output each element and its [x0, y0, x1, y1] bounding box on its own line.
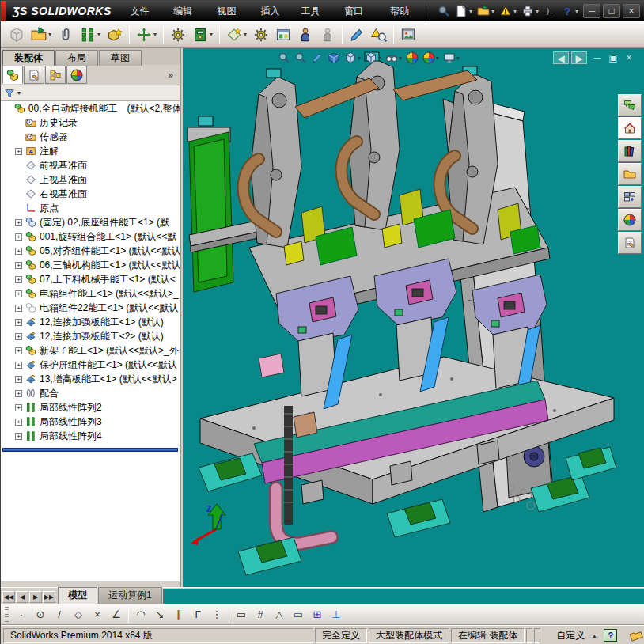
help-button[interactable]: ▾	[559, 4, 580, 18]
menu-窗口[interactable]: 窗口(W)	[336, 1, 382, 21]
custom-arrow-icon[interactable]: ▴	[593, 632, 596, 639]
tag-icon[interactable]	[628, 627, 644, 644]
menu-帮助[interactable]: 帮助(H)	[382, 1, 426, 21]
dropdown-arrow[interactable]: ▾	[153, 31, 157, 38]
tree-item[interactable]: +12,连接加强板能工<1> (默认)	[1, 315, 180, 329]
tree-item[interactable]: +13,增高板能工<1> (默认<<默认>	[1, 372, 180, 386]
tree-item[interactable]: +传感器	[1, 130, 180, 144]
tree-item[interactable]: +局部线性阵列3	[1, 415, 180, 429]
solidworks-resources-tab[interactable]	[618, 117, 642, 139]
line-snap-button[interactable]: /	[50, 606, 69, 623]
insert-components-button[interactable]: ▾	[28, 24, 55, 46]
dropdown-arrow[interactable]: ▾	[358, 55, 361, 62]
dropdown-arrow[interactable]: ▾	[97, 31, 100, 38]
simulation-button[interactable]	[250, 24, 272, 46]
tree-item[interactable]: +右视基准面	[1, 187, 180, 201]
reference-geometry-button[interactable]: ▾	[223, 24, 250, 46]
expand-box[interactable]: +	[15, 276, 22, 283]
filter-funnel-icon[interactable]	[4, 88, 15, 99]
close-button[interactable]: ×	[623, 4, 640, 18]
quadrant-snap-button[interactable]: ◇	[69, 606, 88, 623]
view-palette-tab[interactable]	[618, 186, 642, 208]
toolbar-drag-handle[interactable]	[5, 607, 9, 623]
exploded-view-button[interactable]	[294, 24, 316, 46]
parallel-snap-button[interactable]: ∥	[169, 606, 188, 623]
assembly-visualization-button[interactable]	[272, 24, 294, 46]
menu-编辑[interactable]: 编辑(E)	[165, 1, 209, 21]
zoom-area-button[interactable]	[293, 51, 309, 65]
point-snap-button[interactable]: ·	[12, 606, 31, 623]
search-icon[interactable]	[436, 4, 452, 18]
view-orientation-button[interactable]: ▾	[343, 51, 362, 65]
tree-item[interactable]: +保护屏组件能工<1> (默认<<默认	[1, 358, 180, 372]
design-library-tab[interactable]	[618, 140, 642, 162]
dropdown-arrow[interactable]: ▾	[48, 31, 51, 38]
dropdown-arrow[interactable]: ▾	[491, 8, 494, 15]
next-window-button[interactable]: ▶	[571, 51, 587, 64]
tree-item[interactable]: +注解	[1, 144, 180, 158]
view-settings-button[interactable]: ▾	[441, 51, 461, 65]
expand-box[interactable]: +	[15, 433, 22, 440]
expand-box[interactable]: +	[15, 148, 22, 155]
expand-box[interactable]: +	[15, 262, 22, 269]
menu-工具[interactable]: 工具(T)	[294, 1, 337, 21]
dropdown-arrow[interactable]: ▾	[436, 55, 439, 62]
previous-window-button[interactable]: ◀	[553, 51, 569, 64]
tab-motion-study[interactable]: 运动算例1	[98, 587, 162, 604]
menu-插入[interactable]: 插入(I)	[253, 1, 294, 21]
tree-item[interactable]: +电箱组件22能工<1> (默认<<默认	[1, 301, 180, 315]
panel-expand-chevron[interactable]: »	[168, 70, 178, 81]
expand-box[interactable]: +	[15, 319, 22, 326]
child-close-button[interactable]: ×	[621, 51, 637, 64]
tree-item[interactable]: +前视基准面	[1, 158, 180, 172]
dropdown-arrow[interactable]: ▾	[575, 8, 578, 15]
expand-box[interactable]: +	[15, 290, 22, 297]
table-select-button[interactable]: ⊞	[308, 606, 327, 623]
mate-button[interactable]	[55, 24, 77, 46]
angle-bisector-snap-button[interactable]: △	[270, 606, 289, 623]
solidworks-rx-button[interactable]: ▾	[498, 4, 518, 18]
displaymanager-tab[interactable]	[66, 66, 87, 84]
tree-item[interactable]: +上视基准面	[1, 172, 180, 187]
angle-snap-button[interactable]: ∠	[107, 606, 126, 623]
appearances-scenes-tab[interactable]	[618, 209, 642, 231]
photo-preview-button[interactable]	[397, 24, 419, 46]
menu-文件[interactable]: 文件(F)	[123, 1, 166, 21]
apply-scene-button[interactable]: ▾	[421, 51, 441, 65]
menu-视图[interactable]: 视图(V)	[209, 1, 252, 21]
hv-points-snap-button[interactable]: ⋮	[207, 606, 226, 623]
tangent-snap-button[interactable]: ◠	[131, 606, 150, 623]
tab-nav-button-2[interactable]: ▶	[29, 591, 42, 603]
tree-item[interactable]: +局部线性阵列2	[1, 400, 180, 415]
tree-item[interactable]: +(固定) 02,底座组件能工<1> (默	[1, 215, 180, 229]
window-select-button[interactable]: ▭	[289, 606, 308, 623]
tree-item[interactable]: +05,对齐组件能工<1> (默认<<默认	[1, 244, 180, 258]
tab-nav-button-1[interactable]: ◀	[16, 591, 28, 603]
tree-item[interactable]: +001,旋转组合能工<1> (默认<<默	[1, 229, 180, 244]
new-document-button[interactable]: ▾	[453, 4, 474, 18]
zoom-previous-button[interactable]	[309, 51, 325, 65]
tab-nav-button-3[interactable]: ▶▶	[43, 591, 55, 603]
expand-box[interactable]: +	[15, 390, 22, 397]
open-document-button[interactable]: ▾	[475, 4, 496, 18]
expand-box[interactable]: +	[15, 219, 22, 226]
display-style-button[interactable]: ▾	[363, 51, 383, 65]
dropdown-arrow[interactable]: ▾	[244, 31, 247, 38]
plane-tool-button[interactable]: ⊥	[327, 606, 346, 623]
move-component-button[interactable]: ▾	[133, 24, 160, 46]
expand-box[interactable]: +	[15, 404, 22, 411]
hide-show-items-button[interactable]: ▾	[384, 51, 403, 65]
expand-box[interactable]: +	[15, 362, 22, 369]
tree-item[interactable]: +07,上下料机械手能工<1> (默认<	[1, 272, 180, 286]
tree-item[interactable]: +历史记录	[1, 116, 180, 130]
grid-snap-button[interactable]: #	[251, 606, 270, 623]
child-restore-button[interactable]: ▣	[605, 51, 621, 64]
tree-item[interactable]: +新架子能工<1> (默认<<默认>_外	[1, 343, 180, 358]
assembly-features-button[interactable]	[167, 24, 189, 46]
minimize-button[interactable]: ─	[583, 4, 600, 18]
tree-item[interactable]: +00,全自动焊接机能工 (默认<2,整体	[1, 101, 180, 116]
tree-item[interactable]: +电箱组件能工<1> (默认<<默认>_	[1, 286, 180, 301]
sketch-button[interactable]	[346, 24, 368, 46]
expand-box[interactable]: +	[15, 233, 22, 241]
custom-properties-tab[interactable]	[618, 232, 642, 254]
